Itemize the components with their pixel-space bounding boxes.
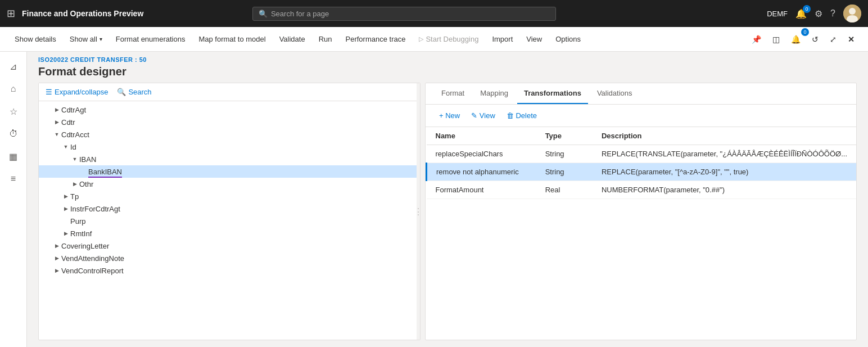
search-placeholder: Search for a page (271, 10, 329, 18)
expander-icon: ▶ (52, 118, 61, 127)
tree-node-id[interactable]: ▼ Id (39, 141, 420, 153)
help-icon[interactable]: ? (830, 8, 835, 19)
notification-badge: 0 (803, 5, 811, 13)
tab-validations[interactable]: Validations (590, 83, 639, 104)
tab-mapping[interactable]: Mapping (473, 83, 515, 104)
tab-transformations[interactable]: Transformations (517, 83, 588, 104)
tree-node-bankiban[interactable]: BankIBAN (39, 165, 420, 178)
badge-count-icon[interactable]: 🔔 0 (786, 31, 805, 47)
content-area: ISO20022 CREDIT TRANSFER : 50 Format des… (27, 52, 868, 347)
filter-icon[interactable]: ⊿ (3, 56, 24, 76)
right-toolbar: + New ✎ View 🗑 Delete (426, 105, 856, 127)
list-icon[interactable]: ≡ (3, 169, 24, 189)
panel-divider[interactable] (421, 83, 425, 340)
node-label: Purp (70, 217, 415, 226)
debug-icon: ▷ (419, 35, 423, 43)
tree-node-vendattendingnote[interactable]: ▶ VendAttendingNote (39, 252, 420, 264)
clock-icon[interactable]: ⏱ (3, 124, 24, 144)
expander-icon: ▶ (61, 192, 70, 201)
node-label: IBAN (79, 155, 415, 164)
show-all-button[interactable]: Show all ▾ (64, 31, 108, 47)
validate-button[interactable]: Validate (274, 31, 311, 47)
row-name: FormatAmount (427, 181, 536, 199)
tree-node-coveringletter[interactable]: ▶ CoveringLetter (39, 240, 420, 252)
options-button[interactable]: Options (550, 31, 586, 47)
grid-small-icon[interactable]: ▦ (3, 146, 24, 166)
run-button[interactable]: Run (313, 31, 338, 47)
table-row[interactable]: remove not alphanumeric String REPLACE(p… (427, 163, 857, 181)
home-icon[interactable]: ⌂ (3, 79, 24, 99)
tree-node-cdtr[interactable]: ▶ Cdtr (39, 116, 420, 128)
node-label: Tp (70, 192, 415, 201)
node-label: VendControlReport (61, 267, 415, 275)
node-label: RmtInf (70, 229, 415, 238)
table-row[interactable]: FormatAmount Real NUMBERFORMAT(parameter… (427, 181, 857, 199)
expander-icon: ▼ (52, 130, 61, 139)
expander-icon: ▶ (52, 105, 61, 114)
row-type: Real (536, 181, 593, 199)
expander-icon: ▶ (61, 204, 70, 213)
settings-icon[interactable]: ⚙ (815, 8, 822, 19)
tree-node-cdtragt[interactable]: ▶ CdtrAgt (39, 103, 420, 116)
close-icon[interactable]: ✕ (843, 31, 859, 47)
import-button[interactable]: Import (486, 31, 518, 47)
sidebar-toggle-icon[interactable]: ◫ (768, 31, 784, 47)
expander-icon: ▶ (52, 241, 61, 250)
format-enumerations-button[interactable]: Format enumerations (110, 31, 191, 47)
expander-icon: ▶ (52, 254, 61, 263)
show-details-button[interactable]: Show details (9, 31, 62, 47)
tree-node-instrforcdtragt[interactable]: ▶ InstrForCdtrAgt (39, 202, 420, 215)
row-description: NUMBERFORMAT(parameter, "0.##") (593, 181, 856, 199)
tree-node-vendcontrolreport[interactable]: ▶ VendControlReport (39, 264, 420, 277)
user-name: DEMF (767, 10, 788, 18)
notification-icon[interactable]: 🔔 0 (795, 8, 807, 19)
refresh-icon[interactable]: ↺ (807, 31, 823, 47)
page-header: ISO20022 CREDIT TRANSFER : 50 Format des… (27, 52, 868, 83)
map-format-button[interactable]: Map format to model (193, 31, 271, 47)
expand-icon[interactable]: ⤢ (825, 31, 841, 47)
tree-node-tp[interactable]: ▶ Tp (39, 190, 420, 202)
tree-node-rmtinf[interactable]: ▶ RmtInf (39, 227, 420, 240)
resize-handle[interactable]: ⋮ (417, 83, 420, 340)
node-label: VendAttendingNote (61, 254, 415, 263)
avatar[interactable] (843, 4, 861, 22)
col-header-type: Type (536, 127, 593, 145)
performance-trace-button[interactable]: Performance trace (340, 31, 412, 47)
tree-node-purp[interactable]: Purp (39, 215, 420, 227)
transformations-table: Name Type Description replaceSpecialChar… (426, 127, 856, 340)
table-row[interactable]: replaceSpecialChars String REPLACE(TRANS… (427, 145, 857, 163)
tree-node-iban[interactable]: ▼ IBAN (39, 153, 420, 165)
cmd-right: 📌 ◫ 🔔 0 ↺ ⤢ ✕ (747, 31, 859, 47)
node-label: Id (70, 143, 415, 151)
node-label: Cdtr (61, 118, 415, 127)
tree-node-cdtracct[interactable]: ▼ CdtrAcct (39, 128, 420, 141)
expand-collapse-icon: ☰ (46, 88, 52, 96)
grid-icon[interactable]: ⊞ (7, 7, 15, 20)
node-label: Othr (79, 180, 415, 188)
tree-node-othr[interactable]: ▶ Othr (39, 178, 420, 190)
node-label: CdtrAgt (61, 106, 415, 114)
left-sidebar: ⊿ ⌂ ☆ ⏱ ▦ ≡ (0, 52, 27, 347)
cmd-badge: 0 (801, 28, 809, 36)
global-search[interactable]: 🔍 Search for a page (252, 7, 556, 21)
expand-collapse-button[interactable]: ☰ Expand/collapse (46, 88, 108, 96)
inner-split: ☰ Expand/collapse 🔍 Search ▶ CdtrAgt (27, 83, 868, 347)
tab-format[interactable]: Format (435, 83, 471, 104)
star-icon[interactable]: ☆ (3, 101, 24, 121)
delete-button[interactable]: 🗑 Delete (502, 109, 541, 122)
search-tree-button[interactable]: 🔍 Search (117, 88, 151, 96)
start-debugging-button[interactable]: ▷ Start Debugging (413, 31, 484, 47)
row-description: REPLACE(TRANSLATE(parameter, "¿ÁÀÂÄÃÅÆÇÈ… (593, 145, 856, 163)
top-bar-right: DEMF 🔔 0 ⚙ ? (767, 4, 861, 22)
right-panel: Format Mapping Transformations Validatio… (425, 83, 857, 340)
search-tree-label: Search (128, 88, 151, 96)
node-label: CoveringLetter (61, 242, 415, 250)
expander-icon: ▶ (61, 229, 70, 238)
pin-icon[interactable]: 📌 (747, 31, 766, 47)
view-button[interactable]: View (521, 31, 548, 47)
app-title: Finance and Operations Preview (22, 9, 143, 18)
new-button[interactable]: + New (435, 109, 464, 122)
tree-toolbar: ☰ Expand/collapse 🔍 Search (39, 83, 420, 101)
tree-panel: ☰ Expand/collapse 🔍 Search ▶ CdtrAgt (38, 83, 421, 340)
view-transform-button[interactable]: ✎ View (467, 109, 500, 122)
